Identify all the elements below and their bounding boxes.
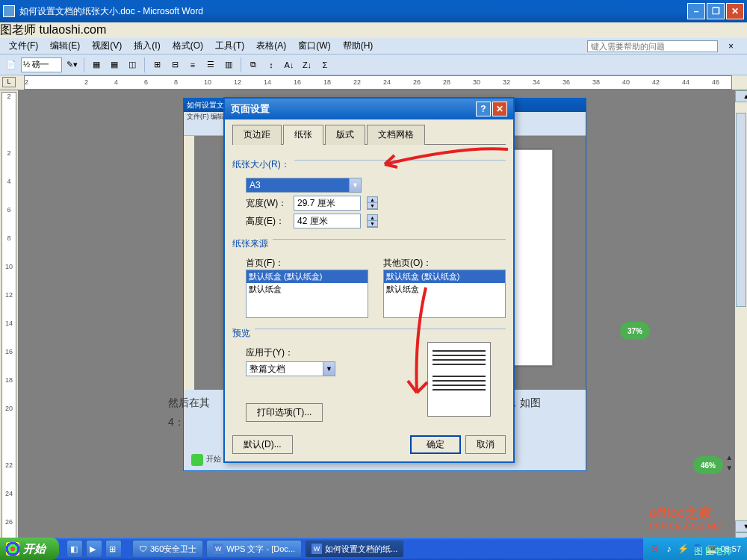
minimize-button[interactable]: – [687, 3, 705, 19]
new-doc-icon[interactable]: 📄 [3, 57, 19, 73]
tab-layout[interactable]: 版式 [325, 125, 365, 145]
menu-table[interactable]: 表格(A) [250, 38, 292, 54]
menu-tools[interactable]: 工具(T) [209, 38, 250, 54]
menu-format[interactable]: 格式(O) [167, 38, 209, 54]
watermark-tulaoshi-top: 图老师 tulaoshi.com [0, 22, 747, 38]
dialog-tabs: 页边距 纸张 版式 文档网格 [232, 124, 506, 145]
scroll-thumb[interactable] [736, 113, 746, 307]
quicklaunch-2[interactable]: ▶ [86, 540, 102, 558]
chevron-down-icon[interactable]: ▼ [323, 362, 335, 376]
menu-insert[interactable]: 插入(I) [128, 38, 166, 54]
split-cells-icon[interactable]: ⊟ [167, 57, 183, 73]
print-options-button[interactable]: 打印选项(T)... [246, 403, 323, 422]
maximize-button[interactable]: ❐ [707, 3, 725, 19]
menu-edit[interactable]: 编辑(E) [44, 38, 86, 54]
dialog-help-icon[interactable]: ? [476, 102, 491, 116]
word-app-icon [3, 5, 15, 17]
standard-toolbar: 📄 ½ 磅━ ✎▾ ▦ ▦ ◫ ⊞ ⊟ ≡ ☰ ▥ ⧉ ↕ A↓ Z↓ Σ [0, 55, 747, 75]
window-title: 如何设置文档的纸张大小.doc - Microsoft Word [19, 5, 687, 18]
merge-cells-icon[interactable]: ⊞ [149, 57, 165, 73]
horizontal-ruler[interactable]: L 22468101214161822242628303234363840424… [0, 75, 747, 90]
default-button[interactable]: 默认(D)... [232, 435, 293, 454]
preview-group-label: 预览 [232, 327, 250, 340]
apply-to-combo[interactable]: 整篇文档▼ [246, 361, 335, 376]
width-spinner[interactable]: ▲▼ [367, 196, 378, 210]
close-button[interactable]: ✕ [726, 3, 744, 19]
tab-grid[interactable]: 文档网格 [367, 125, 425, 145]
scroll-up-icon[interactable]: ▲ [735, 90, 747, 102]
menu-file[interactable]: 文件(F) [3, 38, 44, 54]
eraser-icon[interactable]: ◫ [124, 57, 140, 73]
dialog-titlebar[interactable]: 页面设置 ? ✕ [225, 99, 513, 119]
sort-desc-icon[interactable]: Z↓ [299, 57, 315, 73]
distribute-rows-icon[interactable]: ☰ [202, 57, 219, 73]
tab-margins[interactable]: 页边距 [232, 125, 282, 145]
quicklaunch-3[interactable]: ⊞ [105, 540, 122, 558]
menu-window[interactable]: 窗口(W) [292, 38, 336, 54]
paper-source-group-label: 纸张来源 [232, 237, 268, 250]
menu-help[interactable]: 帮助(H) [337, 38, 379, 54]
ok-button[interactable]: 确定 [410, 435, 461, 454]
sort-asc-icon[interactable]: A↓ [281, 57, 297, 73]
quicklaunch-1[interactable]: ◧ [66, 540, 83, 558]
line-style-combo[interactable]: ½ 磅━ [21, 57, 62, 72]
tray-icon-1[interactable]: S [649, 544, 660, 554]
windows-logo-icon [6, 542, 19, 556]
tray-icon-3[interactable]: ⚡ [678, 544, 688, 554]
tray-icon-2[interactable]: ♪ [663, 544, 674, 554]
watermark-office: office之家 OFFICE.JB51.NET [649, 504, 725, 530]
align-icon[interactable]: ≡ [185, 57, 201, 73]
table-insert-icon[interactable]: ▦ [88, 57, 105, 73]
watermark-tuoshi-bottom: 图 图老师 [694, 545, 732, 558]
height-label: 高度(E)： [246, 215, 288, 228]
autosum-icon[interactable]: Σ [317, 57, 333, 73]
taskbar-item-360[interactable]: 🛡360安全卫士 [132, 540, 203, 558]
body-text-2: 4： [168, 416, 185, 429]
chevron-down-icon[interactable]: ▼ [349, 178, 361, 192]
distribute-cols-icon[interactable]: ▥ [220, 57, 237, 73]
other-pages-tray-list[interactable]: 默认纸盒 (默认纸盒) 默认纸盒 [383, 270, 506, 318]
scroll-down-icon[interactable]: ▼ [735, 520, 747, 532]
taskbar-item-wps[interactable]: WWPS 文字 - [Doc... [206, 540, 302, 558]
menu-view[interactable]: 视图(V) [86, 38, 128, 54]
table-draw-icon[interactable]: ▦ [106, 57, 123, 73]
taskbar: 开始 ◧ ▶ ⊞ 🛡360安全卫士 WWPS 文字 - [Doc... W如何设… [0, 538, 747, 560]
height-spinner[interactable]: ▲▼ [367, 214, 378, 228]
page-preview [427, 342, 491, 417]
tab-selector[interactable]: L [2, 77, 16, 87]
text-direction-icon[interactable]: ↕ [263, 57, 279, 73]
tab-paper[interactable]: 纸张 [283, 125, 323, 145]
taskbar-item-word[interactable]: W如何设置文档的纸... [305, 540, 404, 558]
paper-size-group-label: 纸张大小(R)： [232, 158, 290, 171]
width-label: 宽度(W)： [246, 197, 288, 210]
dialog-close-icon[interactable]: ✕ [492, 102, 507, 116]
net-badge-2: 46% [693, 456, 723, 474]
autoformat-icon[interactable]: ⧉ [245, 57, 261, 73]
start-button[interactable]: 开始 [0, 538, 59, 560]
first-page-tray-list[interactable]: 默认纸盒 (默认纸盒) 默认纸盒 [246, 270, 368, 318]
other-pages-label: 其他页(O)： [383, 257, 506, 270]
pen-color-icon[interactable]: ✎▾ [63, 57, 80, 73]
cancel-button[interactable]: 取消 [465, 435, 506, 454]
window-titlebar: 如何设置文档的纸张大小.doc - Microsoft Word – ❐ ✕ [0, 0, 747, 22]
width-input[interactable]: 29.7 厘米 [294, 196, 361, 211]
page-setup-dialog: 页面设置 ? ✕ 页边距 纸张 版式 文档网格 纸张大小(R)： A3▼ 宽度(… [223, 97, 515, 463]
vertical-ruler[interactable]: 2246810121416182022242628 [0, 90, 19, 560]
vertical-scrollbar[interactable]: ▲ ▼ ○ « » [734, 90, 747, 560]
paper-size-combo[interactable]: A3▼ [246, 178, 362, 193]
height-input[interactable]: 42 厘米 [294, 214, 361, 228]
first-page-label: 首页(F)： [246, 257, 368, 270]
help-search-input[interactable] [587, 40, 718, 52]
dialog-title: 页面设置 [231, 102, 270, 116]
net-badge-1: 37% [620, 322, 650, 340]
menu-bar: 文件(F) 编辑(E) 视图(V) 插入(I) 格式(O) 工具(T) 表格(A… [0, 38, 747, 55]
